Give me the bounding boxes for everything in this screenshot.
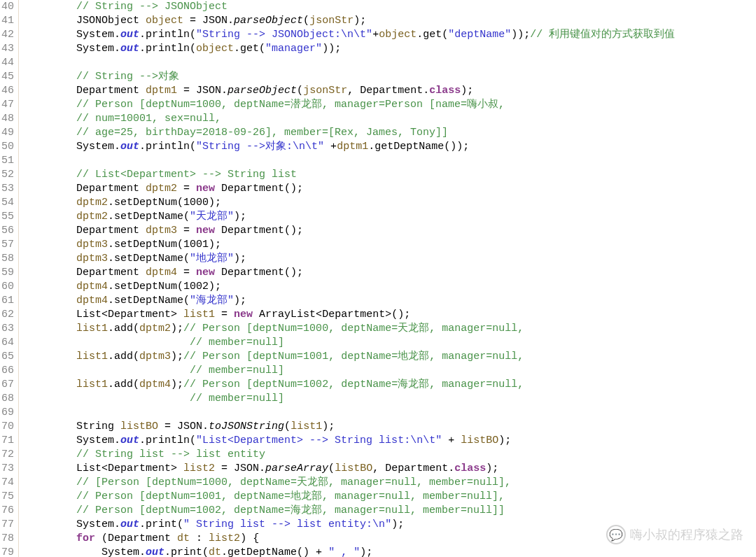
token-method-static: parseObject [234, 15, 303, 27]
token-plain [26, 323, 76, 334]
token-kw2: new [196, 183, 215, 195]
token-plain [26, 169, 76, 181]
token-plain [26, 113, 76, 125]
code-line: JSONObject object = JSON.parseObject(jso… [26, 14, 675, 28]
token-ident: dptm3 [146, 225, 177, 237]
token-comment: // List<Department> --> String list [76, 169, 297, 181]
token-method-static: parseObject [227, 85, 297, 97]
line-number: 48 [0, 112, 15, 126]
token-comment: // 利用键值对的方式获取到值 [530, 29, 675, 41]
line-number: 45 [0, 70, 15, 84]
token-plain: .setDeptName( [108, 295, 190, 306]
token-plain: .setDeptName( [108, 253, 190, 265]
code-line: // Person [deptNum=1002, deptName=海龙部, m… [26, 504, 675, 518]
token-plain: .get( [416, 29, 448, 41]
token-plain: String [26, 421, 120, 432]
code-line: // [Person [deptNum=1000, deptName=天龙部, … [26, 476, 675, 490]
line-number: 78 [0, 532, 15, 546]
token-ident: list2 [183, 463, 215, 474]
line-number: 46 [0, 84, 15, 98]
token-plain: .getDeptName() + [221, 547, 328, 557]
token-string: " , " [328, 547, 360, 557]
token-plain: ); [171, 351, 183, 362]
line-number: 68 [0, 392, 15, 406]
token-plain: ); [461, 85, 473, 97]
token-method-static: toJSONString [209, 421, 284, 432]
token-plain: ( [303, 15, 309, 27]
token-ident: object [196, 43, 234, 55]
token-plain: .println( [139, 141, 196, 153]
token-plain: Department [26, 183, 146, 195]
token-plain: .setDeptNum(1002); [108, 281, 221, 292]
code-line: // age=25, birthDay=2018-09-26], member=… [26, 126, 675, 140]
code-line: Department dptm1 = JSON.parseObject(json… [26, 84, 675, 98]
token-plain: .setDeptNum(1000); [108, 197, 221, 209]
token-ident: dptm2 [146, 183, 177, 195]
token-ident: list2 [209, 533, 240, 544]
token-method-static: parseArray [265, 463, 328, 474]
token-plain: List<Department> [26, 463, 183, 474]
token-kw2: class [454, 463, 486, 474]
token-plain: + [442, 435, 461, 446]
token-string: "deptName" [448, 29, 511, 41]
token-plain: )); [322, 43, 341, 55]
token-ident: jsonStr [309, 15, 354, 27]
token-plain: ( [284, 421, 290, 432]
line-number: 47 [0, 98, 15, 112]
code-line: dptm3.setDeptNum(1001); [26, 238, 675, 252]
code-line: // String -->对象 [26, 70, 675, 84]
line-number: 42 [0, 28, 15, 42]
token-plain [26, 211, 76, 223]
code-line: for (Department dt : list2) { [26, 532, 675, 546]
token-kw2: new [196, 267, 215, 278]
token-string: "manager" [265, 43, 322, 55]
token-plain: ); [234, 211, 246, 223]
token-plain: = [177, 183, 196, 195]
token-plain: .getDeptName()); [368, 141, 469, 153]
line-number: 72 [0, 448, 15, 462]
token-comment: // Person [deptNum=1000, deptName=天龙部, m… [183, 323, 524, 334]
token-comment: // Person [deptNum=1002, deptName=海龙部, m… [76, 505, 505, 516]
token-plain: = JSON. [183, 15, 234, 27]
token-plain [26, 281, 76, 292]
line-number: 51 [0, 154, 15, 168]
code-line: // String list --> list entity [26, 448, 675, 462]
token-comment: // member=null] [190, 365, 284, 376]
token-kw2: class [429, 85, 461, 97]
token-plain: + [372, 29, 379, 41]
code-line: System.out.println(object.get("manager")… [26, 42, 675, 56]
code-line: list1.add(dptm4);// Person [deptNum=1002… [26, 378, 675, 392]
token-ident: dptm4 [76, 281, 108, 292]
token-comment: // age=25, birthDay=2018-09-26], member=… [76, 127, 448, 139]
line-number: 65 [0, 350, 15, 364]
token-ident: dptm4 [139, 379, 171, 390]
code-editor: 4041424344454647484950515253545556575859… [0, 0, 756, 557]
token-field-static: out [120, 519, 139, 530]
token-ident: dptm2 [139, 323, 171, 334]
code-line: Department dptm2 = new Department(); [26, 182, 675, 196]
token-plain: (Department [95, 533, 177, 544]
token-plain [26, 365, 190, 376]
token-plain: = [177, 267, 196, 278]
line-number: 70 [0, 420, 15, 434]
token-ident: dptm1 [146, 85, 177, 97]
line-number: 62 [0, 308, 15, 322]
line-number: 73 [0, 462, 15, 476]
token-ident: dt [209, 547, 221, 557]
line-number: 50 [0, 140, 15, 154]
token-string: "地龙部" [190, 253, 234, 265]
token-plain: JSONObject [26, 15, 146, 27]
token-plain: = JSON. [177, 85, 227, 97]
token-plain: ); [171, 379, 183, 390]
token-plain: .setDeptNum(1001); [108, 239, 221, 251]
token-comment: // String -->对象 [76, 71, 179, 83]
token-ident: list1 [76, 351, 108, 362]
token-plain: System. [26, 547, 146, 557]
token-plain: = [177, 225, 196, 237]
code-line: System.out.print(" String list --> list … [26, 518, 675, 532]
token-plain: ); [322, 421, 335, 432]
code-line: dptm3.setDeptName("地龙部"); [26, 252, 675, 266]
token-ident: list1 [290, 421, 322, 432]
token-comment: // Person [deptNum=1000, deptName=潜龙部, m… [76, 99, 505, 111]
token-plain: System. [26, 141, 120, 153]
